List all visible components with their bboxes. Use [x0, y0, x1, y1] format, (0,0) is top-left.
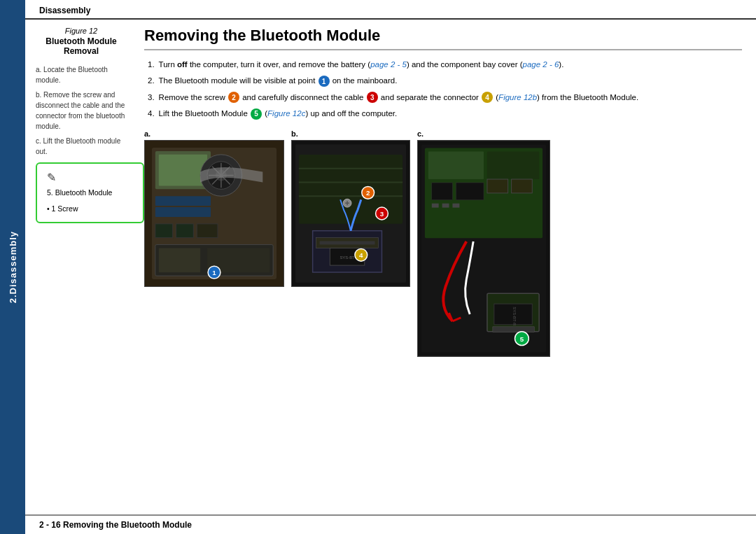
instruction-4: 4. Lift the Bluetooth Module 5 (Figure 1…: [144, 108, 742, 120]
image-label-b: b.: [291, 129, 298, 138]
svg-rect-47: [456, 183, 484, 200]
sidebar-tab: 2.Disassembly: [0, 0, 25, 534]
badge-4: 4: [482, 92, 493, 103]
note-box: ✎ 5. Bluetooth Module • 1 Screw: [36, 162, 144, 223]
content-body: Figure 12 Bluetooth Module Removal a. Lo…: [25, 20, 756, 514]
svg-text:2: 2: [366, 189, 370, 197]
bottom-footer: 2 - 16 Removing the Bluetooth Module: [25, 514, 756, 534]
note-text: 5. Bluetooth Module • 1 Screw: [47, 187, 133, 215]
figure-title: Bluetooth Module Removal: [36, 36, 127, 56]
svg-rect-49: [512, 179, 533, 193]
instruction-1: 1. Turn off the computer, turn it over, …: [144, 59, 742, 71]
svg-rect-13: [155, 224, 173, 238]
figure-note-c: c. Lift the Bluetooth module out.: [36, 136, 127, 157]
svg-rect-50: [432, 204, 439, 208]
main-content: Disassembly Figure 12 Bluetooth Module R…: [25, 0, 756, 534]
svg-text:3: 3: [380, 210, 384, 218]
link-fig12b[interactable]: Figure 12b: [498, 93, 537, 101]
link-page2-5[interactable]: page 2 - 5: [370, 60, 407, 69]
figure-note-a: a. Locate the Bluetooth module.: [36, 64, 127, 85]
sidebar-label: 2.Disassembly: [8, 231, 18, 303]
image-box-b: SYS-BT 2 3 4: [291, 140, 410, 287]
svg-rect-11: [155, 196, 211, 206]
figure-note-b: b. Remove the screw and disconnect the c…: [36, 90, 127, 132]
instruction-3: 3. Remove the screw 2 and carefully disc…: [144, 92, 742, 104]
svg-rect-51: [442, 204, 449, 208]
svg-text:SYS-BT-R: SYS-BT-R: [512, 307, 517, 325]
svg-rect-48: [487, 179, 508, 193]
link-page2-6[interactable]: page 2 - 6: [523, 60, 559, 69]
svg-text:1: 1: [212, 269, 216, 276]
svg-rect-45: [487, 151, 539, 179]
section-title: Removing the Bluetooth Module: [144, 27, 742, 50]
svg-rect-52: [452, 204, 459, 208]
link-fig12c[interactable]: Figure 12c: [267, 109, 305, 118]
svg-text:5: 5: [520, 335, 524, 343]
top-header: Disassembly: [25, 0, 756, 20]
svg-rect-12: [155, 207, 211, 217]
image-box-c: SYS-BT-R 5: [417, 140, 550, 357]
image-box-a: 1: [144, 140, 284, 287]
left-column: Figure 12 Bluetooth Module Removal a. Lo…: [25, 20, 137, 514]
header-section: Disassembly: [39, 6, 90, 15]
image-container-c: c.: [417, 129, 550, 357]
image-label-c: c.: [417, 129, 424, 138]
image-container-a: a.: [144, 129, 284, 357]
svg-rect-15: [197, 224, 218, 238]
image-svg-c: SYS-BT-R 5: [418, 141, 550, 356]
right-column: Removing the Bluetooth Module 1. Turn of…: [137, 20, 756, 514]
svg-rect-56: [493, 327, 534, 332]
figure-number: Figure 12: [36, 27, 127, 35]
badge-2: 2: [228, 92, 239, 103]
badge-3: 3: [367, 92, 378, 103]
svg-rect-46: [432, 183, 453, 200]
svg-rect-3: [159, 155, 207, 186]
image-container-b: b.: [291, 129, 410, 357]
images-row: a.: [144, 129, 742, 357]
image-label-a: a.: [144, 129, 150, 138]
note-item: 5. Bluetooth Module: [47, 187, 133, 199]
page-container: 2.Disassembly Disassembly Figure 12 Blue…: [0, 0, 756, 534]
instruction-2: 2. The Bluetooth module will be visible …: [144, 75, 742, 87]
svg-text:SYS-BT: SYS-BT: [340, 255, 355, 260]
badge-5: 5: [251, 108, 262, 120]
svg-rect-44: [428, 151, 484, 179]
svg-rect-17: [159, 248, 200, 273]
note-bullet: • 1 Screw: [47, 203, 133, 215]
image-svg-b: SYS-BT 2 3 4: [292, 141, 410, 286]
footer-text: 2 - 16 Removing the Bluetooth Module: [39, 520, 192, 530]
figure-notes: a. Locate the Bluetooth module. b. Remov…: [36, 64, 127, 157]
svg-rect-29: [320, 241, 375, 245]
badge-1: 1: [318, 76, 330, 87]
image-svg-a: 1: [145, 141, 284, 286]
instructions-list: 1. Turn off the computer, turn it over, …: [144, 59, 742, 120]
svg-rect-14: [176, 224, 194, 238]
note-icon: ✎: [47, 171, 133, 184]
svg-text:4: 4: [359, 251, 363, 259]
